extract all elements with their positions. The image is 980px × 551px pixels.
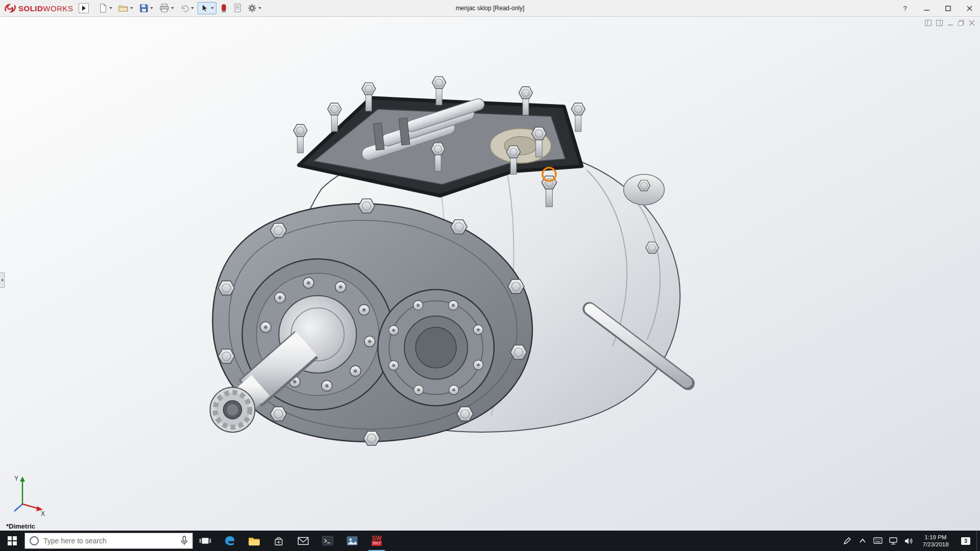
pane-right-icon[interactable]: [936, 20, 943, 26]
cortana-icon: [29, 536, 39, 546]
ds-logo-icon: [4, 3, 16, 13]
brand-works: WORKS: [43, 4, 73, 13]
mail-button[interactable]: [291, 531, 315, 551]
file-properties-button[interactable]: [231, 2, 244, 14]
task-view-icon: [199, 535, 212, 546]
store-bag-icon: [273, 535, 285, 547]
dropdown-caret[interactable]: [191, 7, 194, 9]
rebuild-traffic-light-icon: [220, 4, 228, 13]
taskbar-clock[interactable]: 1:19 PM 7/23/2018: [916, 531, 955, 551]
action-center-button[interactable]: 3: [955, 531, 976, 551]
open-file-button[interactable]: [116, 3, 136, 14]
doc-close-icon[interactable]: [969, 20, 975, 26]
panel-collapse-tab[interactable]: [0, 272, 5, 288]
undo-button[interactable]: [178, 3, 197, 14]
sw-badge-text: SW: [372, 536, 381, 541]
triad-y-label: Y: [14, 475, 18, 482]
close-button[interactable]: [959, 0, 980, 17]
solidworks-app-icon: SW 2017: [372, 536, 382, 546]
doc-restore-icon[interactable]: [958, 20, 964, 26]
brand-solid: SOLID: [18, 4, 43, 13]
pane-left-icon[interactable]: [925, 20, 932, 26]
dropdown-caret[interactable]: [130, 7, 133, 9]
edge-icon: [223, 534, 236, 547]
photos-button[interactable]: [340, 531, 364, 551]
edge-button[interactable]: [217, 531, 242, 551]
clock-date: 7/23/2018: [922, 541, 948, 548]
terminal-button[interactable]: [315, 531, 340, 551]
sw-badge-year: 2017: [372, 541, 382, 546]
solidworks-taskbar-button[interactable]: SW 2017: [364, 531, 389, 551]
system-tray: 1:19 PM 7/23/2018 3: [840, 531, 980, 551]
view-orientation-label: *Dimetric: [6, 522, 35, 530]
volume-button[interactable]: [901, 531, 916, 551]
save-button[interactable]: [137, 2, 156, 14]
dropdown-caret[interactable]: [109, 7, 112, 9]
hidden-icons-button[interactable]: [855, 531, 870, 551]
maximize-button[interactable]: [937, 0, 959, 17]
screen: SOLIDWORKS: [0, 0, 980, 551]
new-file-button[interactable]: [96, 2, 115, 14]
task-view-button[interactable]: [193, 531, 217, 551]
standard-toolbar: [96, 2, 264, 14]
notification-badge: 3: [961, 537, 970, 545]
touch-keyboard-button[interactable]: [870, 531, 886, 551]
document-window-controls: [925, 20, 975, 26]
save-floppy-icon: [139, 4, 149, 13]
rebuild-button[interactable]: [217, 2, 230, 14]
network-button[interactable]: [886, 531, 901, 551]
options-button[interactable]: [245, 2, 264, 14]
select-tool-button[interactable]: [198, 2, 216, 14]
graphics-viewport[interactable]: Y X *Dimetric: [0, 17, 980, 531]
keyboard-icon: [873, 537, 883, 544]
store-button[interactable]: [266, 531, 291, 551]
folder-icon: [248, 535, 261, 546]
3d-model-canvas[interactable]: [0, 17, 980, 531]
select-cursor-icon: [200, 4, 209, 13]
triad-x-label: X: [41, 510, 45, 516]
side-cover[interactable]: [378, 289, 494, 406]
microphone-icon[interactable]: [180, 536, 188, 546]
maximize-icon: [945, 6, 951, 11]
volume-icon: [904, 537, 913, 545]
print-button[interactable]: [157, 2, 177, 14]
file-properties-icon: [234, 4, 241, 13]
dropdown-caret[interactable]: [171, 7, 174, 9]
brand-text: SOLIDWORKS: [18, 4, 74, 13]
new-document-icon: [99, 4, 108, 13]
mail-envelope-icon: [297, 535, 310, 546]
titlebar: SOLIDWORKS: [0, 0, 980, 17]
dropdown-caret[interactable]: [258, 7, 261, 9]
solidworks-logo: SOLIDWORKS: [0, 3, 79, 13]
doc-minimize-icon[interactable]: [947, 20, 953, 26]
file-explorer-button[interactable]: [242, 531, 266, 551]
orientation-triad: Y X: [9, 472, 47, 516]
windows-logo-icon: [8, 536, 17, 545]
close-icon: [967, 6, 972, 11]
start-button[interactable]: [0, 531, 24, 551]
dropdown-caret[interactable]: [150, 7, 153, 9]
open-folder-icon: [118, 4, 129, 13]
taskbar-search[interactable]: [24, 533, 193, 549]
window-controls: ?: [894, 0, 980, 17]
minimize-button[interactable]: [916, 0, 937, 17]
pen-icon: [843, 537, 851, 545]
windows-taskbar: SW 2017: [0, 531, 980, 551]
show-desktop-button[interactable]: [976, 531, 980, 551]
chevron-up-icon: [859, 538, 866, 543]
search-input[interactable]: [43, 537, 176, 545]
printer-icon: [159, 4, 169, 13]
terminal-icon: [322, 535, 334, 546]
dropdown-caret[interactable]: [211, 7, 214, 9]
minimize-icon: [924, 6, 929, 11]
clock-time: 1:19 PM: [925, 534, 947, 541]
gear-icon: [248, 4, 257, 13]
undo-arrow-icon: [180, 4, 189, 12]
help-button[interactable]: ?: [894, 0, 916, 17]
toolbar-expand-button[interactable]: [79, 3, 89, 13]
photos-icon: [346, 535, 358, 546]
windows-ink-button[interactable]: [840, 531, 855, 551]
play-arrow-icon: [82, 6, 86, 11]
network-icon: [889, 537, 898, 545]
